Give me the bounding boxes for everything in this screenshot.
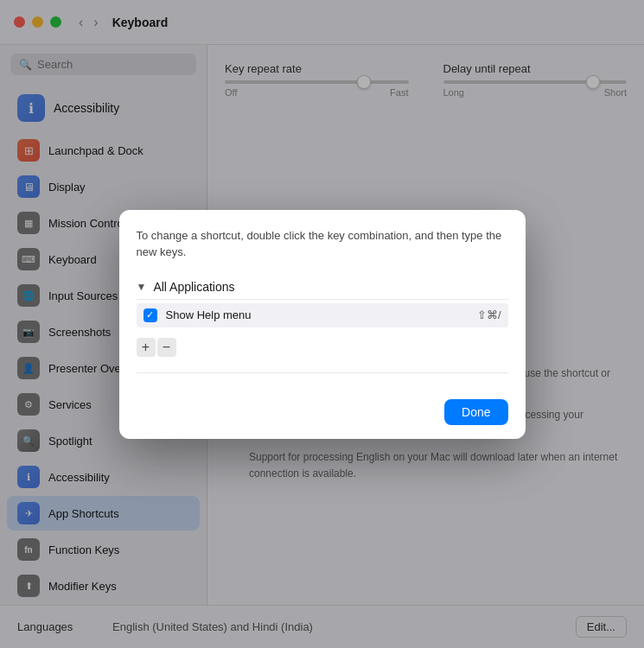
modal-add-remove: + −	[137, 331, 508, 364]
dropdown-label: All Applications	[153, 280, 234, 294]
remove-shortcut-button[interactable]: −	[157, 338, 176, 357]
modal-dropdown-row[interactable]: ▼ All Applications	[137, 275, 508, 300]
modal-instruction: To change a shortcut, double click the k…	[137, 227, 508, 261]
checkmark-icon: ✓	[146, 309, 154, 321]
modal-footer: Done	[119, 391, 526, 439]
modal-divider	[137, 372, 508, 373]
dropdown-chevron-icon: ▼	[137, 281, 147, 293]
shortcut-checkbox[interactable]: ✓	[143, 308, 157, 322]
done-button[interactable]: Done	[444, 399, 507, 425]
modal-overlay[interactable]: To change a shortcut, double click the k…	[0, 0, 644, 648]
modal-shortcut-row[interactable]: ✓ Show Help menu ⇧⌘/	[137, 303, 508, 327]
shortcut-name: Show Help menu	[166, 308, 477, 321]
modal: To change a shortcut, double click the k…	[119, 210, 526, 439]
modal-body: To change a shortcut, double click the k…	[119, 210, 526, 391]
add-shortcut-button[interactable]: +	[137, 338, 156, 357]
shortcut-keys: ⇧⌘/	[477, 308, 501, 321]
